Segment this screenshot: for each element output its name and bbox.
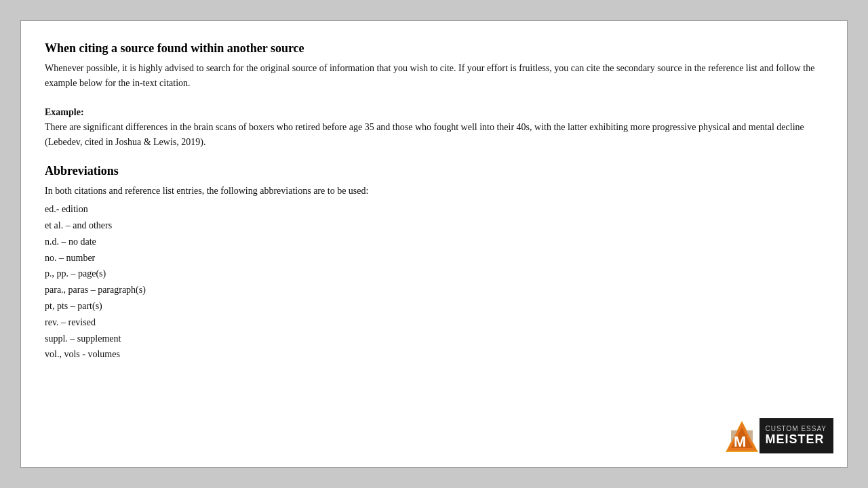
list-item: rev. – revised: [45, 314, 823, 331]
logo-container: M CUSTOM ESSAY MEISTER: [724, 418, 833, 453]
logo-meister: MEISTER: [765, 432, 827, 447]
section-citing-source: When citing a source found within anothe…: [45, 41, 823, 90]
list-item: ed.- edition: [45, 201, 823, 218]
section3-title: Abbreviations: [45, 164, 823, 178]
section1-body: Whenever possible, it is highly advised …: [45, 61, 823, 90]
content-box: When citing a source found within anothe…: [20, 20, 848, 468]
list-item: suppl. – supplement: [45, 331, 823, 347]
section3-intro: In both citations and reference list ent…: [45, 184, 823, 199]
list-item: vol., vols - volumes: [45, 346, 823, 363]
logo-custom-essay: CUSTOM ESSAY: [765, 425, 827, 432]
list-item: p., pp. – page(s): [45, 266, 823, 282]
svg-text:M: M: [734, 433, 746, 450]
logo-icon: M: [724, 418, 760, 453]
example-label: Example:: [45, 107, 84, 117]
logo-text-block: CUSTOM ESSAY MEISTER: [760, 418, 833, 453]
section1-title: When citing a source found within anothe…: [45, 41, 823, 56]
list-item: n.d. – no date: [45, 234, 823, 250]
abbreviations-list: ed.- editionet al. – and othersn.d. – no…: [45, 201, 823, 363]
list-item: no. – number: [45, 250, 823, 266]
list-item: et al. – and others: [45, 218, 823, 234]
list-item: pt, pts – part(s): [45, 298, 823, 314]
section2-example-block: Example: There are significant differenc…: [45, 105, 823, 149]
list-item: para., paras – paragraph(s): [45, 282, 823, 298]
section2-body: There are significant differences in the…: [45, 122, 804, 147]
section-example: Example: There are significant differenc…: [45, 105, 823, 149]
section-abbreviations: Abbreviations In both citations and refe…: [45, 164, 823, 363]
